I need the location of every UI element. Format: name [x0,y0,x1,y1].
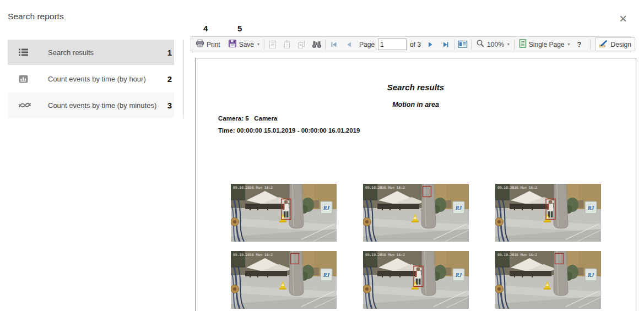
sidebar-item-label: Count events by time (by hour) [48,75,146,83]
annotation-badge: 5 [237,24,242,33]
annotation-badge: 2 [167,74,172,84]
page-title: Search reports [8,12,64,21]
save-label: Save [239,41,254,48]
view-mode-label: Single Page [529,41,565,48]
print-button[interactable]: Print [194,38,222,51]
find-binoculars-icon[interactable] [311,39,322,50]
multiple-pages-icon[interactable] [457,39,468,50]
page-label: Page [359,41,375,48]
camera-snapshot: RJ 09.10.2016 Mon 16:2 [495,251,601,309]
report-time-line: Time: 00:00:00 15.01.2019 - 00:00:00 16.… [218,127,360,134]
chevron-down-icon[interactable]: ▾ [257,42,259,47]
list-icon [19,48,31,56]
svg-text:09.10.2016 Mon 16:2: 09.10.2016 Mon 16:2 [497,253,537,257]
previous-page-icon[interactable] [344,39,355,50]
sidebar-divider [183,40,184,118]
page-number-input[interactable] [378,39,407,50]
report-preview-page: Search results Motion in area Camera: 5 … [195,58,636,311]
svg-text:09.10.2016 Mon 16:2: 09.10.2016 Mon 16:2 [365,253,405,257]
camera-snapshot: RJ 09.10.2016 Mon 16:2 [495,184,601,242]
report-title: Search results [196,83,636,92]
toolbar-separator [454,39,454,50]
report-viewer-toolbar: Print Save ▾ ? [191,36,631,52]
camera-snapshot: RJ 09.10.2016 Mon 16:2 [231,184,337,242]
sidebar-item-search-results[interactable]: Search results 1 [8,40,174,65]
floppy-disk-icon [228,39,237,50]
annotation-badge: 4 [203,24,208,33]
sidebar-item-count-by-hour[interactable]: Count events by time (by hour) 2 [8,66,174,91]
sidebar-item-label: Count events by time (by minutes) [48,101,156,110]
report-subtitle: Motion in area [196,101,636,108]
svg-text:09.10.2016 Mon 16:2: 09.10.2016 Mon 16:2 [365,185,405,189]
chevron-down-icon: ▾ [507,42,510,47]
sidebar-item-count-by-minutes[interactable]: Count events by time (by minutes) 3 [8,92,174,118]
clipboard-help-icon: ? [282,39,293,50]
print-label: Print [207,41,220,48]
camera-snapshot: RJ 09.10.2016 Mon 16:2 [363,184,469,242]
sidebar-item-label: Search results [48,48,94,57]
design-button[interactable]: Design [595,37,635,51]
next-page-icon[interactable] [425,39,436,50]
export-document-icon [267,39,278,50]
toolbar-separator [264,39,264,50]
design-pen-icon [599,39,609,50]
toolbar-separator [514,39,515,50]
report-camera-line: Camera: 5 Camera [218,115,277,122]
single-page-icon [519,39,527,50]
design-label: Design [611,41,631,48]
svg-text:09.10.2016 Mon 16:2: 09.10.2016 Mon 16:2 [233,185,273,189]
svg-text:09.10.2016 Mon 16:2: 09.10.2016 Mon 16:2 [497,185,537,189]
svg-text:RJ: RJ [455,205,463,211]
close-icon[interactable]: × [619,12,627,25]
toolbar-separator [590,39,591,50]
last-page-icon[interactable] [440,39,451,50]
svg-text:?: ? [286,43,289,48]
line-chart-icon [19,101,31,109]
annotation-badge: 1 [167,48,172,57]
svg-text:RJ: RJ [587,205,595,211]
camera-snapshot: RJ 09.10.2016 Mon 16:2 [363,251,469,309]
svg-text:RJ: RJ [455,272,463,278]
first-page-icon[interactable] [328,39,339,50]
zoom-value: 100% [487,41,504,48]
page-total-label: of 3 [410,41,421,48]
annotation-badge: 3 [167,101,172,110]
view-mode-button[interactable]: Single Page ▾ [517,38,572,51]
toolbar-separator [325,39,326,50]
help-button[interactable]: ? [572,40,587,48]
camera-snapshot: RJ 09.10.2016 Mon 16:2 [231,251,337,309]
bar-chart-icon [19,75,31,83]
svg-text:RJ: RJ [323,205,331,211]
toolbar-separator [471,39,472,50]
svg-text:RJ: RJ [587,272,595,278]
zoom-level-button[interactable]: 100% ▾ [474,38,511,51]
svg-text:RJ: RJ [323,272,331,278]
svg-text:09.10.2016 Mon 16:2: 09.10.2016 Mon 16:2 [233,253,273,257]
save-button[interactable]: Save ▾ [226,38,261,51]
copy-pages-icon [296,39,307,50]
printer-icon [196,39,204,50]
magnifier-icon [476,39,485,50]
chevron-down-icon: ▾ [568,42,570,47]
